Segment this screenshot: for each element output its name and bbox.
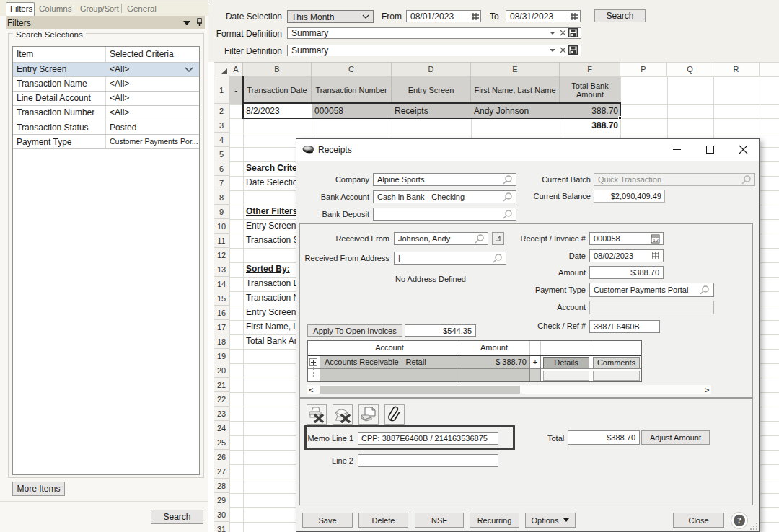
- svg-text:12: 12: [653, 238, 659, 243]
